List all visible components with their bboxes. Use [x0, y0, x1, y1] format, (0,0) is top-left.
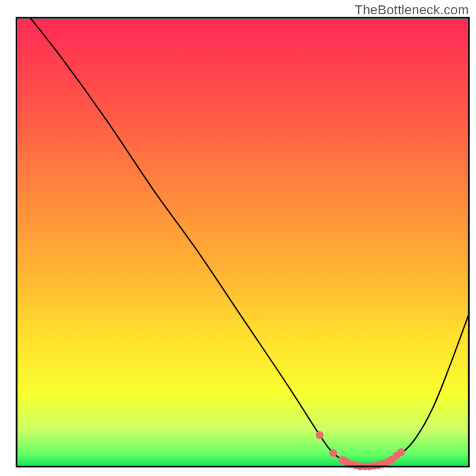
- gradient-background: [18, 19, 468, 465]
- watermark-text: TheBottleneck.com: [355, 2, 469, 18]
- optimal-marker: [397, 448, 405, 456]
- optimal-marker: [330, 449, 337, 457]
- chart-frame: TheBottleneck.com: [0, 0, 476, 476]
- optimal-marker: [316, 431, 324, 439]
- bottleneck-chart: [0, 0, 476, 476]
